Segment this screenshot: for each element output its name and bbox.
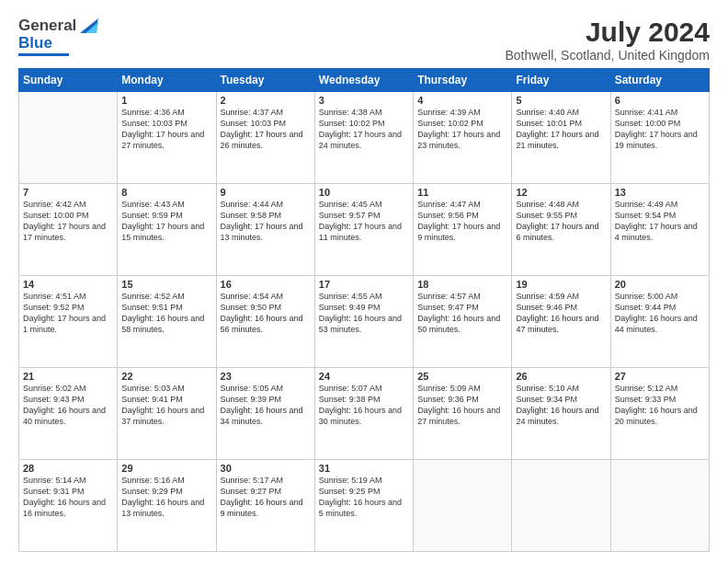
logo: General Blue (18, 17, 98, 56)
calendar-cell: 23Sunrise: 5:05 AMSunset: 9:39 PMDayligh… (216, 368, 314, 460)
calendar-cell: 2Sunrise: 4:37 AMSunset: 10:03 PMDayligh… (216, 92, 314, 184)
day-number: 2 (221, 95, 311, 106)
calendar-cell: 18Sunrise: 4:57 AMSunset: 9:47 PMDayligh… (414, 276, 512, 368)
calendar-table: Sunday Monday Tuesday Wednesday Thursday… (18, 68, 710, 552)
calendar-cell: 20Sunrise: 5:00 AMSunset: 9:44 PMDayligh… (610, 276, 709, 368)
calendar-cell: 7Sunrise: 4:42 AMSunset: 10:00 PMDayligh… (19, 184, 118, 276)
logo-name: General (18, 17, 98, 35)
calendar-cell: 24Sunrise: 5:07 AMSunset: 9:38 PMDayligh… (314, 368, 413, 460)
day-number: 17 (319, 279, 409, 290)
calendar-cell: 16Sunrise: 4:54 AMSunset: 9:50 PMDayligh… (216, 276, 314, 368)
day-info: Sunrise: 4:39 AMSunset: 10:02 PMDaylight… (417, 107, 507, 152)
calendar-cell: 9Sunrise: 4:44 AMSunset: 9:58 PMDaylight… (216, 184, 314, 276)
day-number: 7 (23, 187, 113, 198)
calendar-cell: 30Sunrise: 5:17 AMSunset: 9:27 PMDayligh… (216, 460, 314, 552)
day-number: 13 (615, 187, 705, 198)
day-number: 12 (516, 187, 606, 198)
calendar-cell: 27Sunrise: 5:12 AMSunset: 9:33 PMDayligh… (610, 368, 709, 460)
day-number: 4 (417, 95, 507, 106)
day-number: 6 (615, 95, 705, 106)
day-info: Sunrise: 4:42 AMSunset: 10:00 PMDaylight… (23, 199, 113, 244)
calendar-week-row-2: 14Sunrise: 4:51 AMSunset: 9:52 PMDayligh… (19, 276, 710, 368)
day-info: Sunrise: 5:03 AMSunset: 9:41 PMDaylight:… (121, 383, 211, 428)
calendar-cell: 15Sunrise: 4:52 AMSunset: 9:51 PMDayligh… (118, 276, 216, 368)
header-saturday: Saturday (610, 69, 709, 92)
logo-blue-row: Blue (18, 35, 98, 52)
day-info: Sunrise: 4:40 AMSunset: 10:01 PMDaylight… (516, 107, 606, 152)
day-info: Sunrise: 4:48 AMSunset: 9:55 PMDaylight:… (516, 199, 606, 244)
calendar-cell: 14Sunrise: 4:51 AMSunset: 9:52 PMDayligh… (19, 276, 118, 368)
day-info: Sunrise: 4:49 AMSunset: 9:54 PMDaylight:… (615, 199, 705, 244)
header-monday: Monday (118, 69, 216, 92)
calendar-cell: 25Sunrise: 5:09 AMSunset: 9:36 PMDayligh… (414, 368, 512, 460)
day-number: 27 (615, 371, 705, 382)
day-number: 25 (417, 371, 507, 382)
calendar-cell: 4Sunrise: 4:39 AMSunset: 10:02 PMDayligh… (414, 92, 512, 184)
day-info: Sunrise: 4:41 AMSunset: 10:00 PMDaylight… (615, 107, 705, 152)
day-number: 18 (417, 279, 507, 290)
header-sunday: Sunday (19, 69, 118, 92)
title-block: July 2024 Bothwell, Scotland, United Kin… (505, 17, 710, 63)
day-number: 8 (121, 187, 211, 198)
calendar-cell (512, 460, 610, 552)
header-thursday: Thursday (414, 69, 512, 92)
calendar-cell (19, 92, 118, 184)
day-number: 20 (615, 279, 705, 290)
day-info: Sunrise: 4:55 AMSunset: 9:49 PMDaylight:… (319, 291, 409, 336)
calendar-cell: 19Sunrise: 4:59 AMSunset: 9:46 PMDayligh… (512, 276, 610, 368)
calendar-cell: 11Sunrise: 4:47 AMSunset: 9:56 PMDayligh… (414, 184, 512, 276)
day-number: 16 (221, 279, 311, 290)
day-info: Sunrise: 5:00 AMSunset: 9:44 PMDaylight:… (615, 291, 705, 336)
day-info: Sunrise: 5:05 AMSunset: 9:39 PMDaylight:… (221, 383, 311, 428)
calendar-cell: 29Sunrise: 5:16 AMSunset: 9:29 PMDayligh… (118, 460, 216, 552)
day-number: 21 (23, 371, 113, 382)
day-number: 26 (516, 371, 606, 382)
day-info: Sunrise: 4:36 AMSunset: 10:03 PMDaylight… (121, 107, 211, 152)
day-info: Sunrise: 5:02 AMSunset: 9:43 PMDaylight:… (23, 383, 113, 428)
day-number: 31 (319, 463, 409, 474)
header: General Blue July 2024 Bothwell, Scotlan… (18, 17, 710, 63)
logo-blue-text: Blue (18, 35, 52, 52)
day-number: 22 (121, 371, 211, 382)
calendar-week-row-3: 21Sunrise: 5:02 AMSunset: 9:43 PMDayligh… (19, 368, 710, 460)
calendar-cell: 1Sunrise: 4:36 AMSunset: 10:03 PMDayligh… (118, 92, 216, 184)
day-number: 10 (319, 187, 409, 198)
day-info: Sunrise: 5:09 AMSunset: 9:36 PMDaylight:… (417, 383, 507, 428)
calendar-cell: 5Sunrise: 4:40 AMSunset: 10:01 PMDayligh… (512, 92, 610, 184)
logo-wing-icon (78, 17, 98, 35)
header-friday: Friday (512, 69, 610, 92)
day-info: Sunrise: 4:45 AMSunset: 9:57 PMDaylight:… (319, 199, 409, 244)
calendar-cell: 22Sunrise: 5:03 AMSunset: 9:41 PMDayligh… (118, 368, 216, 460)
page: General Blue July 2024 Bothwell, Scotlan… (0, 0, 728, 563)
location-title: Bothwell, Scotland, United Kingdom (505, 48, 710, 63)
day-number: 9 (221, 187, 311, 198)
day-info: Sunrise: 4:54 AMSunset: 9:50 PMDaylight:… (221, 291, 311, 336)
day-info: Sunrise: 5:14 AMSunset: 9:31 PMDaylight:… (23, 475, 113, 520)
calendar-cell: 13Sunrise: 4:49 AMSunset: 9:54 PMDayligh… (610, 184, 709, 276)
day-info: Sunrise: 5:17 AMSunset: 9:27 PMDaylight:… (221, 475, 311, 520)
calendar-week-row-0: 1Sunrise: 4:36 AMSunset: 10:03 PMDayligh… (19, 92, 710, 184)
day-info: Sunrise: 5:16 AMSunset: 9:29 PMDaylight:… (121, 475, 211, 520)
calendar-cell: 10Sunrise: 4:45 AMSunset: 9:57 PMDayligh… (314, 184, 413, 276)
day-info: Sunrise: 5:12 AMSunset: 9:33 PMDaylight:… (615, 383, 705, 428)
day-number: 15 (121, 279, 211, 290)
day-number: 19 (516, 279, 606, 290)
day-info: Sunrise: 4:38 AMSunset: 10:02 PMDaylight… (319, 107, 409, 152)
day-number: 14 (23, 279, 113, 290)
calendar-week-row-4: 28Sunrise: 5:14 AMSunset: 9:31 PMDayligh… (19, 460, 710, 552)
calendar-cell: 31Sunrise: 5:19 AMSunset: 9:25 PMDayligh… (314, 460, 413, 552)
day-info: Sunrise: 4:57 AMSunset: 9:47 PMDaylight:… (417, 291, 507, 336)
day-number: 28 (23, 463, 113, 474)
calendar-cell: 8Sunrise: 4:43 AMSunset: 9:59 PMDaylight… (118, 184, 216, 276)
day-number: 24 (319, 371, 409, 382)
day-info: Sunrise: 4:47 AMSunset: 9:56 PMDaylight:… (417, 199, 507, 244)
day-number: 1 (121, 95, 211, 106)
day-info: Sunrise: 4:51 AMSunset: 9:52 PMDaylight:… (23, 291, 113, 336)
logo-general-text: General (18, 17, 76, 35)
day-number: 11 (417, 187, 507, 198)
calendar-cell (610, 460, 709, 552)
day-info: Sunrise: 4:59 AMSunset: 9:46 PMDaylight:… (516, 291, 606, 336)
day-info: Sunrise: 4:44 AMSunset: 9:58 PMDaylight:… (221, 199, 311, 244)
calendar-header-row: Sunday Monday Tuesday Wednesday Thursday… (19, 69, 710, 92)
day-info: Sunrise: 4:52 AMSunset: 9:51 PMDaylight:… (121, 291, 211, 336)
